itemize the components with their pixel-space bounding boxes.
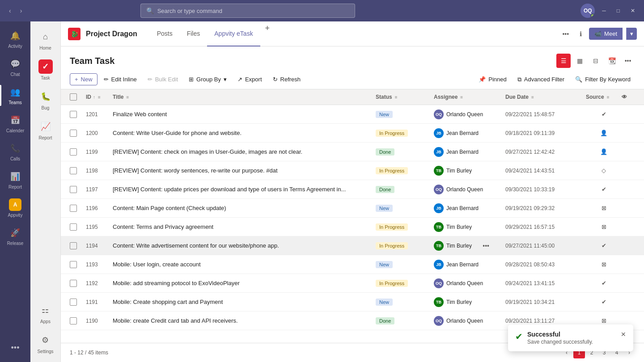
source-icon: ⊠ xyxy=(602,317,606,324)
meet-button[interactable]: 📹 Meet xyxy=(589,28,623,40)
channel-info-button[interactable]: ℹ xyxy=(576,28,585,40)
sidebar-item-calls[interactable]: 📞 Calls xyxy=(0,138,30,166)
row-assignee: TB Tim Burley xyxy=(434,241,505,251)
sidebar-item-chat[interactable]: 💬 Chat xyxy=(0,53,30,81)
source-filter-icon[interactable]: ≡ xyxy=(607,95,610,100)
refresh-button[interactable]: ↻ Refresh xyxy=(268,74,305,85)
export-button[interactable]: ↗ Export xyxy=(233,74,267,85)
sidebar-nav-task-label: Task xyxy=(41,76,50,80)
row-assignee: TB Tim Burley xyxy=(434,166,505,176)
table-row[interactable]: 1191 Mobile: Create shopping cart and Pa… xyxy=(61,293,644,311)
filter-keyword-button[interactable]: 🔍 Filter By Keyword xyxy=(571,74,635,85)
eye-icon[interactable]: 👁 xyxy=(622,94,627,100)
sidebar-item-activity[interactable]: 🔔 Activity xyxy=(0,25,30,53)
edit-inline-button[interactable]: ✏ Edit Inline xyxy=(99,74,141,85)
search-icon: 🔍 xyxy=(146,7,154,14)
toolbar-right: 📌 Pinned ⧉ Advanced Filter 🔍 Filter By K… xyxy=(474,74,635,85)
header-id-col: ID ↑ ≡ xyxy=(86,94,113,100)
channel-more-button[interactable]: ••• xyxy=(559,28,572,40)
close-button[interactable]: ✕ xyxy=(627,6,639,16)
top-bar-right: OQ ─ □ ✕ xyxy=(580,4,639,18)
pinned-button[interactable]: 📌 Pinned xyxy=(474,74,511,85)
table-row[interactable]: 1194 Content: Write advertisement conten… xyxy=(61,236,644,255)
view-calendar-button[interactable]: 📆 xyxy=(605,54,619,68)
status-filter-icon[interactable]: ≡ xyxy=(395,95,398,100)
add-tab-button[interactable]: + xyxy=(260,21,275,36)
sidebar-item-release[interactable]: 🚀 Release xyxy=(0,222,30,250)
sidebar-nav-item-task[interactable]: ✓ Task xyxy=(30,55,60,85)
table-row[interactable]: 1195 Content: Terms and Privacy agreemen… xyxy=(61,218,644,236)
sidebar-item-report[interactable]: 📊 Report xyxy=(0,166,30,194)
view-toggles: ☰ ▦ ⊟ 📆 ••• xyxy=(556,54,635,68)
table-row[interactable]: 1198 [REVIEW] Content: wordy sentences, … xyxy=(61,161,644,180)
search-input[interactable] xyxy=(157,8,349,14)
view-list-button[interactable]: ☰ xyxy=(556,54,571,68)
row-select-checkbox[interactable] xyxy=(70,111,77,118)
row-select-checkbox[interactable] xyxy=(70,205,77,212)
new-button[interactable]: + New xyxy=(70,73,97,85)
maximize-button[interactable]: □ xyxy=(613,6,623,16)
avatar[interactable]: OQ xyxy=(580,4,595,18)
tab-posts[interactable]: Posts xyxy=(150,21,180,46)
view-more-button[interactable]: ••• xyxy=(621,54,635,68)
toast-close-button[interactable]: ✕ xyxy=(621,331,626,338)
row-assignee: TB Tim Burley xyxy=(434,297,505,307)
view-grid-button[interactable]: ▦ xyxy=(572,54,587,68)
row-select-checkbox[interactable] xyxy=(70,167,77,174)
row-select-checkbox[interactable] xyxy=(70,223,77,231)
sidebar-nav-item-settings[interactable]: ⚙ Settings xyxy=(37,328,53,358)
export-icon: ↗ xyxy=(237,76,242,83)
row-select-checkbox[interactable] xyxy=(70,299,77,306)
report-nav-icon: 📈 xyxy=(38,119,53,134)
assignee-name: Tim Burley xyxy=(446,168,472,174)
assignee-name: Jean Bernard xyxy=(446,205,479,211)
view-filter-button[interactable]: ⊟ xyxy=(589,54,603,68)
table-row[interactable]: 1192 Mobile: add streaming potocol to Ex… xyxy=(61,274,644,293)
sidebar-item-teams[interactable]: 👥 Teams xyxy=(0,81,30,109)
table-row[interactable]: 1197 [REVIEW] Content: update prices per… xyxy=(61,180,644,199)
nav-buttons: ‹ › xyxy=(5,5,25,16)
row-status: Done xyxy=(376,186,434,193)
table-row[interactable]: 1200 Content: Write User-Guide for phone… xyxy=(61,124,644,143)
row-select-checkbox[interactable] xyxy=(70,261,77,268)
row-select-checkbox[interactable] xyxy=(70,130,77,137)
row-select-checkbox[interactable] xyxy=(70,242,77,249)
row-select-checkbox[interactable] xyxy=(70,317,77,324)
sidebar-nav-item-apps[interactable]: ⚏ Apps xyxy=(37,299,53,328)
id-filter-icon[interactable]: ≡ xyxy=(98,95,101,100)
tab-appvity-etask[interactable]: Appvity eTask xyxy=(207,21,260,46)
tab-files[interactable]: Files xyxy=(180,21,208,46)
table-row[interactable]: 1196 Content: Main Page content (Check u… xyxy=(61,199,644,218)
meet-arrow-button[interactable]: ▾ xyxy=(626,28,637,40)
table-row[interactable]: 1193 Mobile: User login, create account … xyxy=(61,255,644,274)
group-by-button[interactable]: ⊞ Group By ▾ xyxy=(184,74,231,85)
table-row[interactable]: 1201 Finalize Web content New OQ Orlando… xyxy=(61,105,644,124)
sidebar-nav-item-bug[interactable]: 🐛 Bug xyxy=(30,85,60,115)
row-status: In Progress xyxy=(376,280,434,287)
assignee-filter-icon[interactable]: ≡ xyxy=(460,95,463,100)
bulk-edit-button[interactable]: ✏ Bulk Edit xyxy=(143,74,182,85)
duedate-filter-icon[interactable]: ≡ xyxy=(531,95,534,100)
pinned-label: Pinned xyxy=(488,76,506,83)
row-select-checkbox[interactable] xyxy=(70,186,77,193)
nav-forward-button[interactable]: › xyxy=(17,5,26,16)
sidebar-nav-item-report[interactable]: 📈 Report xyxy=(30,115,60,145)
sidebar-nav-item-home[interactable]: ⌂ Home xyxy=(30,25,60,55)
sidebar-item-more[interactable]: ••• xyxy=(9,337,21,358)
bug-nav-icon: 🐛 xyxy=(38,89,53,104)
minimize-button[interactable]: ─ xyxy=(598,6,610,16)
sidebar-item-calendar[interactable]: 📅 Calender xyxy=(0,109,30,138)
source-icon: ◇ xyxy=(602,167,606,174)
advanced-filter-button[interactable]: ⧉ Advanced Filter xyxy=(513,74,569,85)
sidebar-item-appvity[interactable]: A Appvity xyxy=(0,194,30,222)
nav-back-button[interactable]: ‹ xyxy=(5,5,15,16)
sidebar-item-release-label: Release xyxy=(7,241,24,246)
select-all-checkbox[interactable] xyxy=(70,93,77,101)
row-select-checkbox[interactable] xyxy=(70,280,77,287)
title-filter-icon[interactable]: ≡ xyxy=(126,95,129,100)
row-select-checkbox[interactable] xyxy=(70,148,77,156)
assignee-avatar: JB xyxy=(434,260,444,269)
table-row[interactable]: 1199 [REVIEW] Content: check on images i… xyxy=(61,143,644,161)
header-assignee-col: Assignee ≡ xyxy=(434,94,505,100)
id-sort-icon[interactable]: ↑ xyxy=(93,95,95,100)
